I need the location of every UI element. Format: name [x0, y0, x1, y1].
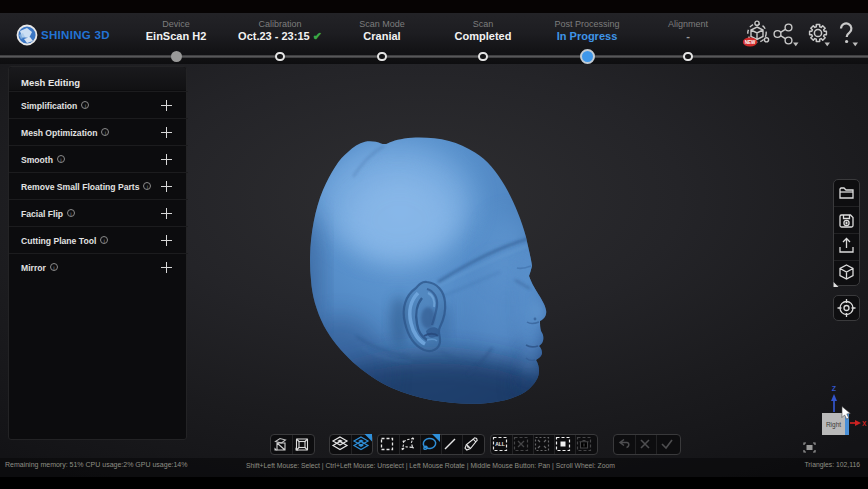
svg-text:Z: Z: [832, 385, 837, 392]
svg-text:NEW: NEW: [745, 40, 756, 45]
svg-text:X: X: [862, 420, 867, 427]
svg-text:Right: Right: [826, 421, 841, 429]
svg-text:ALL: ALL: [495, 441, 505, 447]
